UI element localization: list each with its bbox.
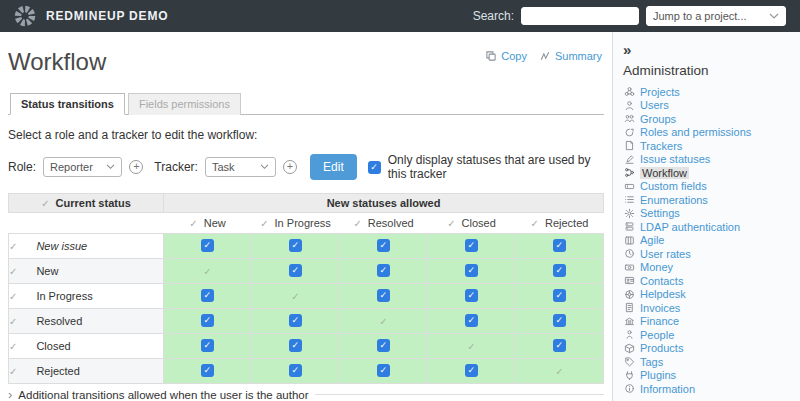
transition-checkbox[interactable]	[289, 239, 302, 252]
sidebar-item-plugins[interactable]: Plugins	[623, 369, 800, 383]
sidebar-item-settings[interactable]: Settings	[623, 207, 800, 221]
workflow-table: ✓Current status New statuses allowed ✓Ne…	[8, 193, 604, 384]
transition-checkbox[interactable]	[377, 264, 390, 277]
sidebar-item-finance[interactable]: Finance	[623, 315, 800, 329]
workflow-icon	[623, 167, 635, 178]
sidebar-item-tags[interactable]: Tags	[623, 355, 800, 369]
check-all-rows-toggle[interactable]: ✓	[41, 198, 49, 209]
check-all-column-toggle[interactable]: ✓	[531, 218, 539, 229]
check-all-row-toggle[interactable]: ✓	[9, 241, 17, 252]
role-select[interactable]: Reporter	[43, 157, 122, 177]
add-role-button[interactable]: +	[129, 160, 143, 174]
sidebar-item-trackers[interactable]: Trackers	[623, 139, 800, 153]
transition-checkbox[interactable]	[553, 289, 566, 302]
transition-checkbox[interactable]	[289, 339, 302, 352]
sidebar-item-issue-statuses[interactable]: Issue statuses	[623, 153, 800, 167]
sidebar-item-contacts[interactable]: Contacts	[623, 274, 800, 288]
tab-status-transitions[interactable]: Status transitions	[10, 93, 125, 115]
transition-checkbox[interactable]	[201, 339, 214, 352]
transition-checkbox[interactable]	[465, 364, 478, 377]
current-status-cell: ✓New issue	[9, 234, 164, 259]
transition-checkbox[interactable]	[465, 289, 478, 302]
transition-cell	[340, 359, 428, 384]
main-content: Copy Summary Workflow Status transitions…	[0, 32, 612, 401]
transition-checkbox[interactable]	[553, 314, 566, 327]
sidebar-item-custom-fields[interactable]: Custom fields	[623, 180, 800, 194]
sidebar-item-roles-and-permissions[interactable]: Roles and permissions	[623, 126, 800, 140]
current-status-cell: ✓Closed	[9, 334, 164, 359]
sidebar-item-agile[interactable]: Agile	[623, 234, 800, 248]
author-transitions-toggle[interactable]: › Additional transitions allowed when th…	[8, 388, 604, 401]
transition-cell	[164, 309, 252, 334]
transition-checkbox[interactable]	[465, 314, 478, 327]
status-label: In Progress	[36, 290, 92, 302]
status-label: New issue	[36, 240, 87, 252]
search-input[interactable]	[521, 7, 639, 25]
transition-checkbox[interactable]	[201, 239, 214, 252]
transition-checkbox[interactable]	[289, 364, 302, 377]
sidebar-item-projects[interactable]: Projects	[623, 85, 800, 99]
chevron-down-icon	[106, 164, 115, 170]
sidebar-item-information[interactable]: Information	[623, 382, 800, 396]
transition-checkbox[interactable]	[553, 264, 566, 277]
sidebar-item-helpdesk[interactable]: Helpdesk	[623, 288, 800, 302]
transition-cell	[516, 334, 604, 359]
transition-checkbox[interactable]	[201, 314, 214, 327]
add-tracker-button[interactable]: +	[283, 160, 297, 174]
transition-checkbox[interactable]	[465, 264, 478, 277]
check-all-row-toggle[interactable]: ✓	[9, 341, 17, 352]
sidebar-item-users[interactable]: Users	[623, 99, 800, 113]
issue-statuses-icon	[623, 154, 635, 165]
transition-checkbox[interactable]	[553, 239, 566, 252]
summary-link[interactable]: Summary	[539, 50, 602, 62]
transition-checkbox[interactable]	[289, 264, 302, 277]
sidebar-item-money[interactable]: Money	[623, 261, 800, 275]
sidebar-item-workflow[interactable]: Workflow	[623, 166, 800, 180]
transition-checkbox[interactable]	[465, 239, 478, 252]
sidebar-item-people[interactable]: People	[623, 328, 800, 342]
check-all-row-toggle[interactable]: ✓	[9, 316, 17, 327]
check-all-column-toggle[interactable]: ✓	[353, 218, 361, 229]
check-all-column-toggle[interactable]: ✓	[447, 218, 455, 229]
transition-checkbox[interactable]	[377, 339, 390, 352]
transition-checkbox[interactable]	[289, 314, 302, 327]
transition-cell	[428, 359, 516, 384]
agile-icon	[623, 235, 635, 246]
transition-cell	[252, 259, 340, 284]
check-all-row-toggle[interactable]: ✓	[9, 291, 17, 302]
edit-button[interactable]: Edit	[310, 154, 357, 180]
column-header: ✓In Progress	[252, 213, 340, 234]
sidebar-collapse-icon[interactable]: »	[623, 42, 637, 57]
table-row: ✓Closed✓	[9, 334, 604, 359]
check-all-column-toggle[interactable]: ✓	[189, 218, 197, 229]
custom-fields-icon	[623, 181, 635, 192]
column-header: ✓Closed	[428, 213, 516, 234]
check-all-column-toggle[interactable]: ✓	[260, 218, 268, 229]
check-all-row-toggle[interactable]: ✓	[9, 366, 17, 377]
tracker-select[interactable]: Task	[205, 157, 276, 177]
tags-icon	[623, 356, 635, 367]
sidebar-item-enumerations[interactable]: Enumerations	[623, 193, 800, 207]
sidebar-item-user-rates[interactable]: User rates	[623, 247, 800, 261]
transition-checkbox[interactable]	[553, 339, 566, 352]
transition-checkbox[interactable]	[377, 289, 390, 302]
sidebar-item-invoices[interactable]: Invoices	[623, 301, 800, 315]
transition-checkbox[interactable]	[201, 364, 214, 377]
transition-checkbox[interactable]	[377, 239, 390, 252]
only-display-checkbox[interactable]	[368, 161, 381, 174]
transition-checkbox[interactable]	[377, 364, 390, 377]
transition-cell	[516, 309, 604, 334]
money-icon	[623, 262, 635, 273]
transition-checkbox[interactable]	[201, 289, 214, 302]
transition-cell	[252, 234, 340, 259]
copy-link[interactable]: Copy	[485, 50, 527, 62]
jump-to-project-select[interactable]: Jump to a project...	[646, 6, 786, 26]
sidebar-item-products[interactable]: Products	[623, 342, 800, 356]
sidebar-item-ldap-authentication[interactable]: LDAP authentication	[623, 220, 800, 234]
sidebar-item-groups[interactable]: Groups	[623, 112, 800, 126]
tab-fields-permissions[interactable]: Fields permissions	[128, 93, 241, 115]
enumerations-icon	[623, 194, 635, 205]
check-all-row-toggle[interactable]: ✓	[9, 266, 17, 277]
app-logo-icon	[14, 5, 36, 27]
self-transition-check-icon: ✓	[467, 341, 475, 352]
